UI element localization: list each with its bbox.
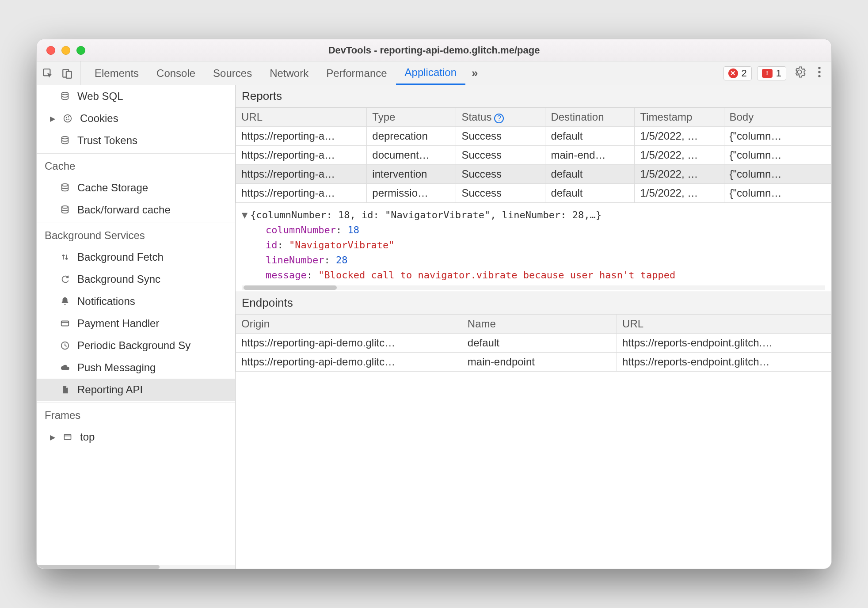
expand-caret-icon[interactable]: ▶ <box>50 114 56 123</box>
expand-caret-icon[interactable]: ▶ <box>50 433 56 441</box>
sidebar-item-web-sql[interactable]: Web SQL <box>37 85 235 107</box>
sidebar-item-bg-sync[interactable]: Background Sync <box>37 268 235 290</box>
more-tabs-button[interactable]: » <box>465 66 484 80</box>
inspect-group <box>42 61 80 85</box>
sidebar-item-label: Cache Storage <box>77 182 148 194</box>
sidebar-item-label: Cookies <box>80 112 118 125</box>
clock-icon <box>59 341 71 350</box>
reports-panel: Reports URL Type Status? Destination Tim… <box>236 85 831 203</box>
col-body[interactable]: Body <box>724 108 831 127</box>
page-icon <box>59 385 71 395</box>
inspect-element-icon[interactable] <box>42 68 53 79</box>
col-url[interactable]: URL <box>617 315 831 334</box>
table-cell: https://reporting-a… <box>236 127 367 146</box>
table-cell: default <box>545 184 635 203</box>
settings-gear-icon[interactable] <box>789 66 810 81</box>
sidebar-item-bg-fetch[interactable]: Background Fetch <box>37 246 235 268</box>
svg-point-11 <box>66 119 68 120</box>
sidebar-item-frame-top[interactable]: ▶ top <box>37 426 235 448</box>
detail-summary-row[interactable]: ▼{columnNumber: 18, id: "NavigatorVibrat… <box>242 208 825 223</box>
table-cell: {"column… <box>724 127 831 146</box>
sidebar-item-label: Background Sync <box>77 273 160 285</box>
tab-console[interactable]: Console <box>148 61 204 85</box>
error-counter[interactable]: ✕ 2 <box>723 66 752 80</box>
sidebar-item-cookies[interactable]: ▶ Cookies <box>37 107 235 129</box>
table-cell: https://reporting-a… <box>236 184 367 203</box>
database-icon <box>59 136 71 145</box>
svg-rect-17 <box>65 434 71 440</box>
sidebar-item-payment-handler[interactable]: Payment Handler <box>37 312 235 334</box>
issue-counter[interactable]: ! 1 <box>757 66 786 80</box>
detail-horizontal-scrollbar[interactable] <box>242 285 825 290</box>
chevron-down-icon[interactable]: ▼ <box>242 208 247 223</box>
sidebar-horizontal-scrollbar[interactable] <box>37 565 235 569</box>
sidebar-item-periodic-sync[interactable]: Periodic Background Sy <box>37 334 235 357</box>
sidebar-item-bf-cache[interactable]: Back/forward cache <box>37 199 235 221</box>
table-row[interactable]: https://reporting-a…deprecationSuccessde… <box>236 127 831 146</box>
svg-point-10 <box>68 118 69 120</box>
cloud-icon <box>59 363 71 372</box>
table-cell: Success <box>456 146 545 165</box>
database-icon <box>59 183 71 193</box>
tab-application[interactable]: Application <box>396 61 465 85</box>
tab-performance[interactable]: Performance <box>317 61 396 85</box>
sidebar-item-label: Payment Handler <box>77 317 159 330</box>
col-status[interactable]: Status? <box>456 108 545 127</box>
detail-prop: columnNumber: 18 <box>242 223 825 238</box>
detail-prop: id: "NavigatorVibrate" <box>242 238 825 253</box>
svg-point-7 <box>64 115 72 122</box>
sidebar-item-label: Push Messaging <box>77 361 156 374</box>
device-toggle-icon[interactable] <box>61 68 73 79</box>
updown-icon <box>59 252 71 262</box>
help-icon[interactable]: ? <box>494 114 504 123</box>
sidebar-item-label: Trust Tokens <box>77 134 137 147</box>
sidebar-item-label: Reporting API <box>77 384 143 396</box>
endpoints-panel: Endpoints Origin Name URL https://report… <box>236 292 831 569</box>
sidebar-item-trust-tokens[interactable]: Trust Tokens <box>37 129 235 152</box>
sidebar-item-label: top <box>80 431 95 443</box>
table-cell: {"column… <box>724 165 831 184</box>
table-cell: Success <box>456 184 545 203</box>
col-type[interactable]: Type <box>367 108 456 127</box>
table-cell: intervention <box>367 165 456 184</box>
table-cell: 1/5/2022, … <box>635 127 724 146</box>
tab-network[interactable]: Network <box>261 61 317 85</box>
table-row[interactable]: https://reporting-a…permissio…Successdef… <box>236 184 831 203</box>
svg-point-3 <box>818 66 820 68</box>
tab-elements[interactable]: Elements <box>86 61 148 85</box>
sidebar-item-cache-storage[interactable]: Cache Storage <box>37 177 235 199</box>
table-cell: document… <box>367 146 456 165</box>
col-timestamp[interactable]: Timestamp <box>635 108 724 127</box>
devtools-window: DevTools - reporting-api-demo.glitch.me/… <box>36 39 832 569</box>
titlebar: DevTools - reporting-api-demo.glitch.me/… <box>37 39 831 61</box>
window-title: DevTools - reporting-api-demo.glitch.me/… <box>37 45 831 56</box>
endpoints-title: Endpoints <box>236 292 831 314</box>
table-row[interactable]: https://reporting-a…document…Successmain… <box>236 146 831 165</box>
endpoints-header-row: Origin Name URL <box>236 315 831 334</box>
col-url[interactable]: URL <box>236 108 367 127</box>
table-cell: deprecation <box>367 127 456 146</box>
more-menu-icon[interactable] <box>813 66 826 81</box>
error-count: 2 <box>742 68 747 79</box>
svg-point-12 <box>62 137 69 139</box>
issue-count: 1 <box>776 68 781 79</box>
tab-sources[interactable]: Sources <box>204 61 261 85</box>
sidebar-item-reporting-api[interactable]: Reporting API <box>37 379 235 401</box>
sidebar-item-push-messaging[interactable]: Push Messaging <box>37 357 235 379</box>
panel-tabs: Elements Console Sources Network Perform… <box>86 61 484 85</box>
sidebar-item-notifications[interactable]: Notifications <box>37 290 235 312</box>
col-destination[interactable]: Destination <box>545 108 635 127</box>
reports-header-row: URL Type Status? Destination Timestamp B… <box>236 108 831 127</box>
table-cell: 1/5/2022, … <box>635 146 724 165</box>
sidebar-section-frames: Frames <box>37 405 235 426</box>
svg-rect-15 <box>61 321 69 326</box>
table-row[interactable]: https://reporting-api-demo.glitc…main-en… <box>236 353 831 372</box>
table-row[interactable]: https://reporting-api-demo.glitc…default… <box>236 334 831 353</box>
main-split: Web SQL ▶ Cookies Trust Tokens Cache Cac… <box>37 85 831 569</box>
table-cell: https://reports-endpoint.glitch… <box>617 353 831 372</box>
detail-prop: message: "Blocked call to navigator.vibr… <box>242 268 825 283</box>
col-name[interactable]: Name <box>462 315 617 334</box>
table-row[interactable]: https://reporting-a…interventionSuccessd… <box>236 165 831 184</box>
table-cell: {"column… <box>724 146 831 165</box>
col-origin[interactable]: Origin <box>236 315 462 334</box>
